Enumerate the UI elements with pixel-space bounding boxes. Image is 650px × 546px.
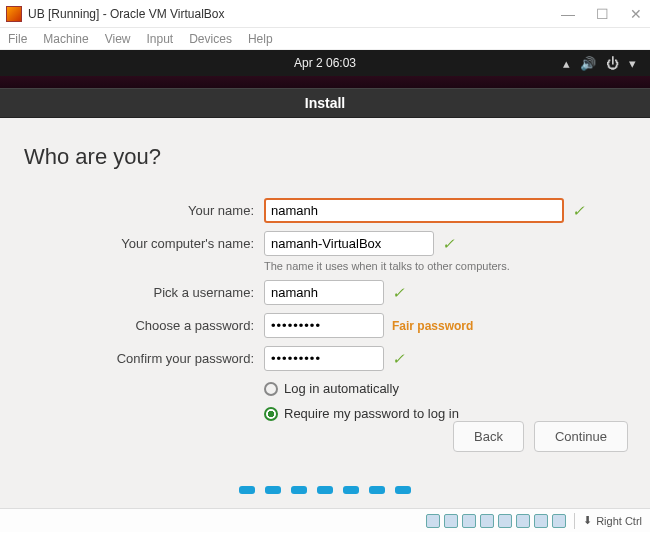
window-controls: — ☐ ✕ — [560, 6, 644, 22]
page-heading: Who are you? — [24, 144, 626, 170]
computer-name-hint: The name it uses when it talks to other … — [264, 260, 626, 272]
status-display-icon[interactable] — [534, 514, 548, 528]
check-icon: ✓ — [572, 202, 585, 220]
vbox-statusbar: ⬇ Right Ctrl — [0, 508, 650, 532]
status-optical-icon[interactable] — [444, 514, 458, 528]
computer-name-input[interactable] — [264, 231, 434, 256]
window-title: UB [Running] - Oracle VM VirtualBox — [28, 7, 225, 21]
hostkey-icon: ⬇ — [583, 514, 592, 527]
volume-icon[interactable]: 🔊 — [580, 56, 596, 71]
password-strength: Fair password — [392, 319, 473, 333]
label-username: Pick a username: — [24, 285, 254, 300]
radio-require-password[interactable]: Require my password to log in — [264, 406, 626, 421]
clock[interactable]: Apr 2 06:03 — [294, 56, 356, 70]
power-icon[interactable]: ⏻ — [606, 56, 619, 71]
maximize-button[interactable]: ☐ — [594, 6, 610, 22]
status-network-icon[interactable] — [480, 514, 494, 528]
label-confirm: Confirm your password: — [24, 351, 254, 366]
status-record-icon[interactable] — [552, 514, 566, 528]
radio-auto-label: Log in automatically — [284, 381, 399, 396]
nav-buttons: Back Continue — [453, 421, 628, 452]
check-icon: ✓ — [392, 350, 405, 368]
username-input[interactable] — [264, 280, 384, 305]
virtualbox-icon — [6, 6, 22, 22]
minimize-button[interactable]: — — [560, 6, 576, 22]
label-computer: Your computer's name: — [24, 236, 254, 251]
close-button[interactable]: ✕ — [628, 6, 644, 22]
check-icon: ✓ — [442, 235, 455, 253]
menu-help[interactable]: Help — [248, 32, 273, 46]
continue-button[interactable]: Continue — [534, 421, 628, 452]
installer-content: Who are you? Your name: ✓ Your computer'… — [0, 118, 650, 508]
vbox-titlebar: UB [Running] - Oracle VM VirtualBox — ☐ … — [0, 0, 650, 28]
confirm-password-input[interactable] — [264, 346, 384, 371]
menu-devices[interactable]: Devices — [189, 32, 232, 46]
installer-title: Install — [305, 95, 345, 111]
network-icon[interactable]: ▴ — [563, 56, 570, 71]
menu-view[interactable]: View — [105, 32, 131, 46]
radio-auto-login[interactable]: Log in automatically — [264, 381, 626, 396]
label-name: Your name: — [24, 203, 254, 218]
radio-icon — [264, 382, 278, 396]
hostkey-label: Right Ctrl — [596, 515, 642, 527]
user-form: Your name: ✓ Your computer's name: ✓ The… — [24, 198, 626, 421]
menu-machine[interactable]: Machine — [43, 32, 88, 46]
menu-input[interactable]: Input — [147, 32, 174, 46]
radio-selected-icon — [264, 407, 278, 421]
installer-titlebar: Install — [0, 88, 650, 118]
check-icon: ✓ — [392, 284, 405, 302]
system-tray[interactable]: ▴ 🔊 ⏻ ▾ — [563, 56, 650, 71]
name-input[interactable] — [264, 198, 564, 223]
status-hdd-icon[interactable] — [426, 514, 440, 528]
menu-file[interactable]: File — [8, 32, 27, 46]
status-audio-icon[interactable] — [462, 514, 476, 528]
tray-caret-icon[interactable]: ▾ — [629, 56, 636, 71]
desktop-strip — [0, 76, 650, 88]
password-input[interactable] — [264, 313, 384, 338]
label-password: Choose a password: — [24, 318, 254, 333]
back-button[interactable]: Back — [453, 421, 524, 452]
vbox-menubar: File Machine View Input Devices Help — [0, 28, 650, 50]
radio-require-label: Require my password to log in — [284, 406, 459, 421]
status-usb-icon[interactable] — [498, 514, 512, 528]
status-shared-icon[interactable] — [516, 514, 530, 528]
progress-dots — [239, 486, 411, 494]
gnome-top-bar: Apr 2 06:03 ▴ 🔊 ⏻ ▾ — [0, 50, 650, 76]
